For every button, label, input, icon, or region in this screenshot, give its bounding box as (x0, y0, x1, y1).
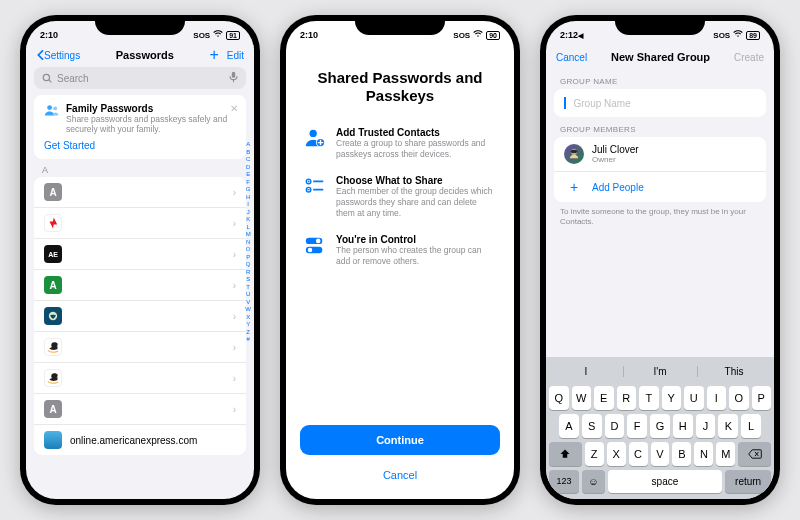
key-t[interactable]: T (639, 386, 659, 410)
key-o[interactable]: O (729, 386, 749, 410)
index-letter[interactable]: C (245, 156, 251, 164)
key-c[interactable]: C (629, 442, 648, 466)
index-letter[interactable]: E (245, 171, 251, 179)
list-item[interactable]: › (34, 208, 246, 239)
key-f[interactable]: F (627, 414, 647, 438)
list-item[interactable]: A › (34, 177, 246, 208)
group-name-input[interactable]: Group Name (554, 89, 766, 117)
get-started-button[interactable]: Get Started (44, 140, 236, 151)
key-k[interactable]: K (718, 414, 738, 438)
index-letter[interactable]: Y (245, 321, 251, 329)
index-letter[interactable]: Z (245, 329, 251, 337)
list-item[interactable]: › (34, 301, 246, 332)
key-l[interactable]: L (741, 414, 761, 438)
edit-button[interactable]: Edit (227, 50, 244, 61)
feature-in-control: You're in Control The person who creates… (304, 234, 496, 266)
list-item[interactable]: › (34, 363, 246, 394)
numbers-key[interactable]: 123 (549, 470, 579, 493)
back-button[interactable]: Settings (36, 50, 80, 61)
create-button[interactable]: Create (734, 52, 764, 63)
return-key[interactable]: return (725, 470, 771, 493)
list-item[interactable]: online.americanexpress.com (34, 425, 246, 455)
member-role: Owner (592, 155, 639, 164)
key-b[interactable]: B (672, 442, 691, 466)
cancel-button[interactable]: Cancel (286, 461, 514, 489)
index-letter[interactable]: S (245, 276, 251, 284)
index-letter[interactable]: V (245, 299, 251, 307)
key-n[interactable]: N (694, 442, 713, 466)
emoji-key[interactable]: ☺ (582, 470, 605, 493)
shift-key[interactable] (549, 442, 582, 466)
index-letter[interactable]: M (245, 231, 251, 239)
key-p[interactable]: P (752, 386, 772, 410)
space-key[interactable]: space (608, 470, 723, 493)
list-item[interactable]: A › (34, 394, 246, 425)
suggestion[interactable]: This (697, 361, 771, 382)
index-letter[interactable]: # (245, 336, 251, 344)
index-letter[interactable]: P (245, 254, 251, 262)
backspace-key[interactable] (738, 442, 771, 466)
key-u[interactable]: U (684, 386, 704, 410)
suggestion-bar[interactable]: I I'm This (549, 361, 771, 382)
key-y[interactable]: Y (662, 386, 682, 410)
key-s[interactable]: S (582, 414, 602, 438)
index-letter[interactable]: A (245, 141, 251, 149)
list-item[interactable]: › (34, 332, 246, 363)
mic-icon[interactable] (229, 71, 238, 85)
key-i[interactable]: I (707, 386, 727, 410)
key-r[interactable]: R (617, 386, 637, 410)
alpha-index[interactable]: ABCDEFGHIJKLMNOPQRSTUVWXYZ# (245, 141, 251, 344)
index-letter[interactable]: T (245, 284, 251, 292)
key-m[interactable]: M (716, 442, 735, 466)
index-letter[interactable]: L (245, 224, 251, 232)
index-letter[interactable]: U (245, 291, 251, 299)
cancel-button[interactable]: Cancel (556, 52, 587, 63)
index-letter[interactable]: N (245, 239, 251, 247)
key-x[interactable]: X (607, 442, 626, 466)
index-letter[interactable]: H (245, 194, 251, 202)
hint-text: To invite someone to the group, they mus… (560, 207, 760, 228)
svg-point-18 (308, 248, 313, 253)
index-letter[interactable]: F (245, 179, 251, 187)
keyboard[interactable]: I I'm This QWERTYUIOP ASDFGHJKL ZXCVBNM … (546, 357, 774, 499)
add-button[interactable]: + (209, 50, 218, 60)
intro-title: Shared Passwords and Passkeys (304, 69, 496, 105)
index-letter[interactable]: D (245, 164, 251, 172)
notch (355, 15, 445, 35)
list-toggle-icon (304, 175, 326, 218)
key-g[interactable]: G (650, 414, 670, 438)
passwords-list[interactable]: A › › AE › A › (34, 177, 246, 455)
member-row[interactable]: Juli Clover Owner (554, 137, 766, 172)
index-letter[interactable]: B (245, 149, 251, 157)
key-z[interactable]: Z (585, 442, 604, 466)
key-a[interactable]: A (559, 414, 579, 438)
search-placeholder: Search (57, 73, 89, 84)
index-letter[interactable]: Q (245, 261, 251, 269)
continue-button[interactable]: Continue (300, 425, 500, 455)
key-w[interactable]: W (572, 386, 592, 410)
key-e[interactable]: E (594, 386, 614, 410)
index-letter[interactable]: R (245, 269, 251, 277)
suggestion[interactable]: I (549, 361, 623, 382)
text-cursor (564, 97, 566, 109)
index-letter[interactable]: I (245, 201, 251, 209)
key-d[interactable]: D (605, 414, 625, 438)
key-h[interactable]: H (673, 414, 693, 438)
search-input[interactable]: Search (34, 67, 246, 89)
site-icon (44, 431, 62, 449)
index-letter[interactable]: G (245, 186, 251, 194)
index-letter[interactable]: J (245, 209, 251, 217)
add-people-button[interactable]: + Add People (554, 172, 766, 202)
key-j[interactable]: J (696, 414, 716, 438)
phone-shared-intro: 2:10 SOS 90 Shared Passwords and Passkey… (280, 15, 520, 505)
key-q[interactable]: Q (549, 386, 569, 410)
index-letter[interactable]: K (245, 216, 251, 224)
key-v[interactable]: V (651, 442, 670, 466)
index-letter[interactable]: W (245, 306, 251, 314)
list-item[interactable]: A › (34, 270, 246, 301)
index-letter[interactable]: X (245, 314, 251, 322)
list-item[interactable]: AE › (34, 239, 246, 270)
suggestion[interactable]: I'm (623, 361, 697, 382)
close-icon[interactable]: ✕ (230, 103, 238, 114)
index-letter[interactable]: O (245, 246, 251, 254)
